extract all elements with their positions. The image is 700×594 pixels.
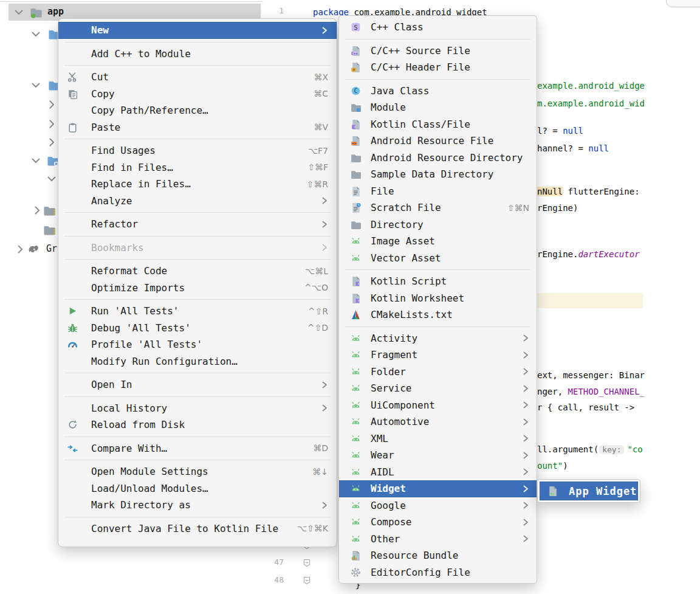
menu-item-android-resource-file[interactable]: <>Android Resource File <box>339 133 537 150</box>
menu-item-open-in[interactable]: Open In <box>58 376 337 393</box>
menu-item-folder[interactable]: Folder <box>339 364 537 381</box>
menu-item-aidl[interactable]: AIDL <box>339 464 537 481</box>
menu-item-vector-asset[interactable]: Vector Asset <box>339 250 537 267</box>
menu-item-icon-spacer <box>67 499 83 511</box>
chevron-right-icon[interactable] <box>30 204 44 217</box>
submenu-arrow-icon <box>521 435 529 442</box>
menu-item-label: Java Class <box>371 85 529 97</box>
menu-item-cut[interactable]: Cut⌘X <box>58 69 337 86</box>
chevron-down-icon[interactable] <box>12 5 26 19</box>
menu-item-load-unload-modules[interactable]: Load/Unload Modules… <box>58 480 337 497</box>
menu-item-convert-java-file-to-kotlin-file[interactable]: Convert Java File to Kotlin File⌥⇧⌘K <box>58 520 337 537</box>
menu-item-profile-all-tests[interactable]: Profile 'All Tests' <box>58 336 337 353</box>
menu-item-optimize-imports[interactable]: Optimize Imports^⌥O <box>58 280 337 297</box>
menu-item-widget[interactable]: Widget <box>339 480 537 497</box>
code-line: nger, METHOD_CHANNEL_ <box>537 385 645 398</box>
folder-icon <box>350 218 366 230</box>
menu-item-icon-spacer <box>67 265 83 277</box>
menu-item-open-module-settings[interactable]: Open Module Settings⌘↓ <box>58 463 337 480</box>
menu-item-compose[interactable]: Compose <box>339 514 537 531</box>
menu-item-bookmarks[interactable]: Bookmarks <box>58 240 337 257</box>
menu-item-add-c-to-module[interactable]: Add C++ to Module <box>58 46 337 63</box>
menu-item-android-resource-directory[interactable]: Android Resource Directory <box>339 150 537 167</box>
menu-item-directory[interactable]: Directory <box>339 216 537 233</box>
menu-item-label: Google <box>371 500 521 511</box>
menu-item-scratch-file[interactable]: Scratch File⇧⌘N <box>339 199 537 216</box>
file-icon <box>350 185 366 197</box>
menu-item-label: Image Asset <box>371 235 529 247</box>
code-token: METHOD_CHANNEL_ <box>568 387 645 396</box>
menu-item-find-usages[interactable]: Find Usages⌥F7 <box>58 142 337 159</box>
menu-item-kotlin-worksheet[interactable]: Kotlin Worksheet <box>339 290 537 307</box>
menu-item-refactor[interactable]: Refactor <box>58 216 337 233</box>
menu-item-kotlin-class-file[interactable]: Kotlin Class/File <box>339 116 537 133</box>
code-token: example.android_widge <box>537 81 645 91</box>
menu-item-c-class[interactable]: SC++ Class <box>339 19 537 36</box>
menu-item-cmakelists-txt[interactable]: CMakeLists.txt <box>339 306 537 323</box>
menu-item-uicomponent[interactable]: UiComponent <box>339 397 537 414</box>
chevron-right-icon[interactable] <box>45 136 58 149</box>
menu-separator <box>345 269 530 270</box>
menu-item-service[interactable]: Service <box>339 380 537 397</box>
menu-item-replace-in-files[interactable]: Replace in Files…⇧⌘R <box>58 176 337 193</box>
menu-item-mark-directory-as[interactable]: Mark Directory as <box>58 497 337 514</box>
chevron-down-icon[interactable] <box>45 172 58 185</box>
code-token: ount" <box>537 461 563 471</box>
chevron-right-icon[interactable] <box>45 117 58 131</box>
menu-item-shortcut: ^⌥O <box>304 283 328 292</box>
menu-item-paste[interactable]: Paste⌘V <box>58 119 337 136</box>
menu-item-file[interactable]: File <box>339 183 537 200</box>
android-icon <box>350 382 366 395</box>
menu-item-google[interactable]: Google <box>339 497 537 514</box>
menu-item-editorconfig-file[interactable]: EditorConfig File <box>339 564 537 581</box>
menu-item-reload-from-disk[interactable]: Reload from Disk <box>58 416 337 433</box>
menu-item-java-class[interactable]: CJava Class <box>339 83 537 100</box>
menu-item-reformat-code[interactable]: Reformat Code⌥⌘L <box>58 263 337 280</box>
menu-item-wear[interactable]: Wear <box>339 447 537 464</box>
menu-item-label: Add C++ to Module <box>91 48 328 60</box>
android-icon <box>350 449 366 461</box>
chevron-down-icon[interactable] <box>29 78 43 92</box>
menu-item-c-c-header-file[interactable]: HC/C++ Header File <box>339 59 537 76</box>
fold-marker-icon[interactable] <box>303 559 311 567</box>
chevron-down-icon[interactable] <box>29 27 43 41</box>
menu-item-modify-run-configuration[interactable]: Modify Run Configuration… <box>58 353 337 370</box>
menu-item-compare-with[interactable]: Compare With…⌘D <box>58 440 337 457</box>
menu-item-fragment[interactable]: Fragment <box>339 347 537 364</box>
menu-item-other[interactable]: Other <box>339 531 537 548</box>
menu-item-app-widget[interactable]: App Widget <box>540 482 638 500</box>
cut-icon <box>67 71 83 83</box>
submenu-arrow-icon <box>521 502 529 509</box>
chevron-down-icon[interactable] <box>29 154 43 167</box>
menu-item-activity[interactable]: Activity <box>339 330 537 347</box>
menu-item-local-history[interactable]: Local History <box>58 400 337 417</box>
cpp-header-icon: H <box>350 61 366 74</box>
menu-item-copy-path-reference[interactable]: Copy Path/Reference… <box>58 102 337 119</box>
android-icon <box>350 466 366 478</box>
menu-item-c-c-source-file[interactable]: C++C/C++ Source File <box>339 43 537 60</box>
chevron-right-icon[interactable] <box>45 98 58 111</box>
menu-item-copy[interactable]: Copy⌘C <box>58 86 337 103</box>
menu-item-shortcut: ⌥F7 <box>308 146 328 156</box>
menu-item-new[interactable]: New <box>58 22 337 39</box>
submenu-arrow-icon <box>320 27 328 34</box>
menu-item-debug-all-tests[interactable]: Debug 'All Tests'^⇧D <box>58 320 337 337</box>
android-icon <box>350 416 366 428</box>
chevron-right-icon[interactable] <box>13 243 27 256</box>
fold-marker-icon[interactable] <box>303 576 311 585</box>
menu-item-sample-data-directory[interactable]: Sample Data Directory <box>339 166 537 183</box>
menu-item-find-in-files[interactable]: Find in Files…⇧⌘F <box>58 159 337 176</box>
code-line: example.android_widge <box>537 80 645 92</box>
menu-item-kotlin-script[interactable]: Kotlin Script <box>339 273 537 290</box>
menu-item-image-asset[interactable]: Image Asset <box>339 233 537 250</box>
menu-item-run-all-tests[interactable]: Run 'All Tests'^⇧R <box>58 303 337 320</box>
menu-item-analyze[interactable]: Analyze <box>58 193 337 210</box>
menu-item-xml[interactable]: XML <box>339 430 537 447</box>
menu-item-icon-spacer <box>67 241 83 254</box>
menu-item-label: Automotive <box>371 416 521 427</box>
kotlin-script-icon <box>350 292 366 304</box>
menu-item-label: Find in Files… <box>91 162 300 173</box>
menu-item-automotive[interactable]: Automotive <box>339 413 537 430</box>
menu-item-resource-bundle[interactable]: Resource Bundle <box>339 547 537 564</box>
menu-item-module[interactable]: Module <box>339 99 537 116</box>
